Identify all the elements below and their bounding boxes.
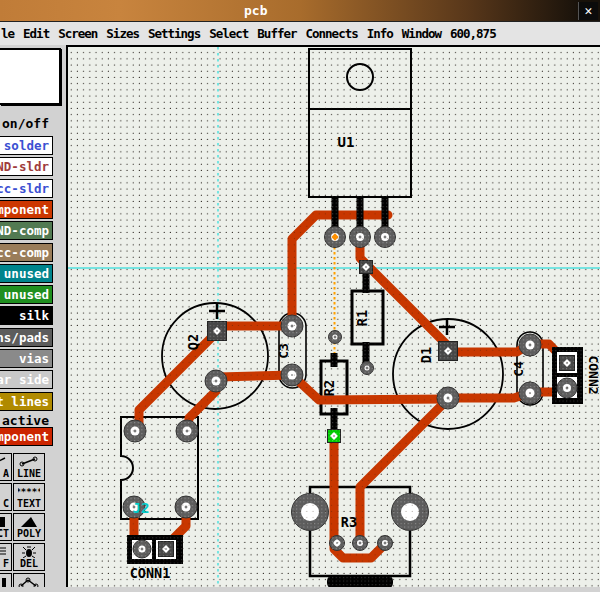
- tool-label: F: [3, 558, 9, 569]
- tool-icon-text: *****: [18, 485, 40, 498]
- svg-text:*****: *****: [18, 487, 40, 497]
- pcb-window: pcb ✕ leEditScreenSizesSettingsSelectBuf…: [0, 0, 600, 592]
- menu-buffer[interactable]: Buffer: [257, 26, 296, 41]
- tool-button-left-3[interactable]: F: [0, 543, 12, 571]
- layer-button-solder[interactable]: solder: [0, 136, 53, 155]
- layer-button-at-lines[interactable]: at lines: [0, 392, 53, 411]
- close-button[interactable]: ✕: [578, 2, 598, 20]
- tool-button-left-1[interactable]: C: [0, 483, 12, 511]
- menu-window[interactable]: Window: [402, 26, 441, 41]
- menu-select[interactable]: Select: [209, 26, 248, 41]
- tool-icon-del: [18, 545, 40, 558]
- tool-label: DEL: [20, 558, 38, 569]
- onoff-label: on/off: [2, 116, 49, 131]
- menubar: leEditScreenSizesSettingsSelectBufferCon…: [0, 22, 600, 45]
- active-label: active: [2, 413, 49, 428]
- window-title: pcb: [244, 3, 267, 18]
- cursor-coordinates: 600,875: [450, 26, 496, 41]
- layer-button-silk[interactable]: silk: [0, 306, 53, 325]
- tool-icon-partial: [0, 515, 9, 528]
- menu-connects[interactable]: Connects: [306, 26, 358, 41]
- tool-button-del[interactable]: DEL: [13, 543, 45, 571]
- titlebar[interactable]: pcb ✕: [0, 0, 600, 22]
- tool-icon-partial: [0, 455, 9, 468]
- tool-label: C: [3, 498, 9, 509]
- tool-button-left-0[interactable]: A: [0, 453, 12, 481]
- tool-label: CT: [0, 528, 9, 539]
- menu-sizes[interactable]: Sizes: [106, 26, 139, 41]
- menu-info[interactable]: Info: [367, 26, 393, 41]
- sidebar: on/off solderND-sldrcc-sldrmponentND-com…: [0, 45, 66, 592]
- layer-button-unused[interactable]: unused: [0, 285, 53, 304]
- window-bottom-edge: [0, 587, 600, 592]
- layer-button-ns-pads[interactable]: ns/pads: [0, 328, 53, 347]
- layer-button-unused[interactable]: unused: [0, 264, 53, 283]
- tool-icon-partial: [0, 545, 9, 558]
- layer-button-ar-side[interactable]: ar side: [0, 370, 53, 389]
- tool-button-line[interactable]: LINE: [13, 453, 45, 481]
- menu-screen[interactable]: Screen: [58, 26, 97, 41]
- board-preview[interactable]: [0, 48, 61, 105]
- layer-button-cc-comp[interactable]: cc-comp: [0, 243, 53, 262]
- tool-button-left-2[interactable]: CT: [0, 513, 12, 541]
- menu-le[interactable]: le: [1, 26, 14, 41]
- menu-settings[interactable]: Settings: [148, 26, 200, 41]
- layer-button-nd-comp[interactable]: ND-comp: [0, 221, 53, 240]
- board-canvas[interactable]: U1Q2C3R1R2D1C4CONN2R3J2CONN1: [66, 45, 600, 587]
- tool-icon-line: [18, 455, 40, 468]
- tool-button-poly[interactable]: POLY: [13, 513, 45, 541]
- tool-icon-partial: [0, 485, 9, 498]
- tool-icon-poly: [18, 515, 40, 528]
- layer-button-vias[interactable]: vias: [0, 349, 53, 368]
- grid-overlay: [68, 47, 600, 587]
- menu-edit[interactable]: Edit: [23, 26, 49, 41]
- tool-label: A: [3, 468, 9, 479]
- layer-button-mponent[interactable]: mponent: [0, 200, 53, 219]
- tool-button-text[interactable]: *****TEXT: [13, 483, 45, 511]
- tool-label: LINE: [17, 468, 41, 479]
- active-layer-button[interactable]: mponent: [0, 427, 53, 446]
- tool-label: POLY: [17, 528, 41, 539]
- layer-button-nd-sldr[interactable]: ND-sldr: [0, 157, 53, 176]
- layer-button-cc-sldr[interactable]: cc-sldr: [0, 179, 53, 198]
- tool-label: TEXT: [17, 498, 41, 509]
